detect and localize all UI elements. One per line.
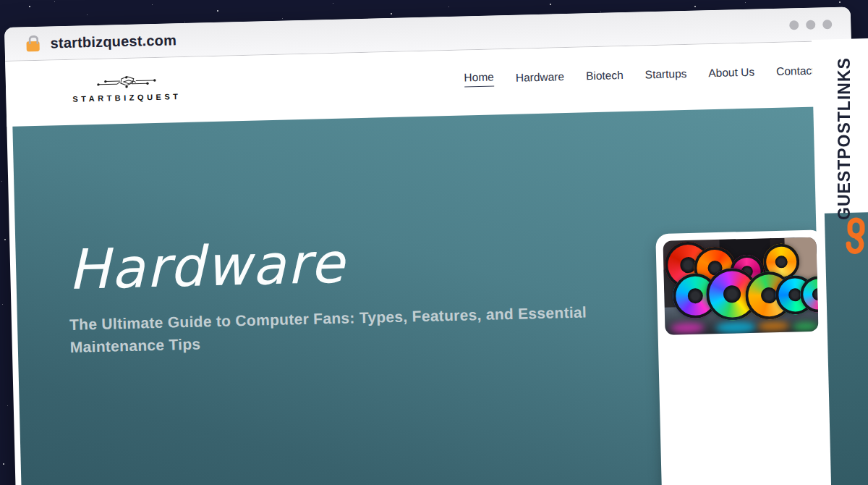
nav-item-biotech[interactable]: Biotech [586,69,624,83]
nav-item-home[interactable]: Home [464,70,494,87]
window-control-dots[interactable] [789,20,832,30]
site-logo[interactable]: STARTBIZQUEST [72,72,182,104]
circuit-logo-icon [95,72,158,93]
main-navigation: HomeHardwareBiotechStartupsAbout UsConta… [464,62,832,87]
lock-icon [26,41,39,51]
article-card[interactable] [655,229,831,485]
window-dot-icon[interactable] [806,20,815,29]
window-dot-icon[interactable] [822,20,832,29]
nav-item-hardware[interactable]: Hardware [516,70,565,85]
nav-item-about-us[interactable]: About Us [708,66,754,80]
rgb-fans-photo [663,237,818,335]
watermark-text: GUESTPOSTLINKS [835,38,854,220]
window-dot-icon[interactable] [789,20,799,30]
address-bar-url[interactable]: startbizquest.com [50,32,176,51]
hero-section: Hardware The Ultimate Guide to Computer … [12,106,858,485]
browser-window: startbizquest.com STARTB [4,7,863,485]
chain-link-icon [842,217,867,258]
card-body [665,332,824,485]
nav-item-startups[interactable]: Startups [644,67,686,81]
site-logo-text: STARTBIZQUEST [72,92,181,104]
hero-subtitle: The Ultimate Guide to Computer Fans: Typ… [69,300,627,359]
